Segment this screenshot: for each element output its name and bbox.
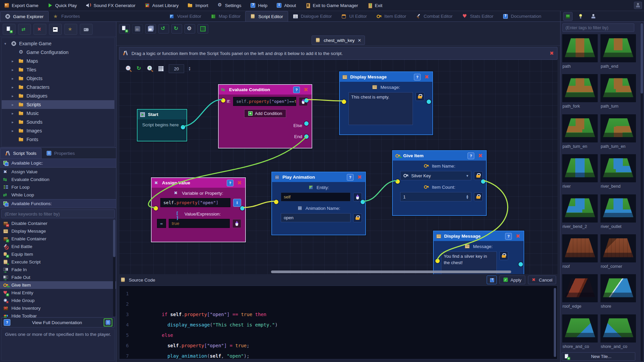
script-toolbar-button[interactable] xyxy=(158,24,169,34)
tags-filter-input[interactable]: (Enter tags to filter by) xyxy=(562,23,634,32)
tree-item[interactable]: Objects xyxy=(2,74,114,83)
function-list-item[interactable]: Equip Item xyxy=(0,250,116,258)
function-list-item[interactable]: Display Message xyxy=(0,227,116,235)
node-display-message-2[interactable]: Display Message ? ✖ Message: You find a … xyxy=(433,231,524,274)
item-dropdown[interactable]: Silver Key ▾ xyxy=(400,171,471,180)
tree-item[interactable]: Characters xyxy=(2,83,114,92)
node-help-button[interactable]: ? xyxy=(468,153,474,159)
script-toolbar-button[interactable] xyxy=(184,24,195,34)
close-tab-icon[interactable]: ✕ xyxy=(358,38,361,43)
left-panel-tab[interactable]: Favorites xyxy=(49,11,85,21)
menu-item[interactable]: Exit xyxy=(367,3,383,8)
view-documentation-button[interactable]: ? View Full Documentation xyxy=(1,317,115,327)
new-tile-button[interactable]: New Tile... xyxy=(562,352,635,361)
explorer-toolbar-button[interactable] xyxy=(64,24,77,35)
operator-box[interactable]: = xyxy=(157,219,166,228)
node-display-message-1[interactable]: Display Message ? ✖ Message: This chest … xyxy=(339,71,433,135)
doc-settings-button[interactable] xyxy=(104,318,112,326)
window-control-button[interactable] xyxy=(634,2,642,9)
editor-tab[interactable]: Voxel Editor xyxy=(164,11,206,21)
tiles-scrollbar[interactable] xyxy=(641,22,643,361)
grid-size-stepper[interactable]: ▴▾ xyxy=(189,66,191,71)
tree-item[interactable]: Dialogues xyxy=(2,92,114,100)
functions-filter-input[interactable]: (Enter keywords to filter by) xyxy=(1,209,115,218)
expression-wizard-button[interactable] xyxy=(232,219,241,228)
tree-item[interactable]: Fonts xyxy=(2,135,114,144)
tree-chevron-icon[interactable] xyxy=(12,76,16,81)
menu-item[interactable]: Quick Play xyxy=(48,3,77,8)
editor-tab[interactable]: Documentation xyxy=(498,11,546,21)
output-port[interactable] xyxy=(519,262,523,266)
zoom-out-icon[interactable] xyxy=(126,66,132,72)
expand-panel-button[interactable] xyxy=(487,276,497,284)
tools-tab[interactable]: Script Tools xyxy=(0,148,42,159)
logic-list-item[interactable]: For Loop xyxy=(0,183,116,191)
function-list-item[interactable]: Disable Container xyxy=(0,220,116,227)
node-evaluate-condition[interactable]: Evaluate Condition ? ✖ If: self.property… xyxy=(218,84,312,148)
entity-input[interactable]: self xyxy=(281,192,351,201)
function-list-item[interactable]: Hide Group xyxy=(0,297,116,304)
lock-button[interactable] xyxy=(499,251,508,260)
function-list-item[interactable]: Fade In xyxy=(0,266,116,274)
lock-button[interactable] xyxy=(474,171,483,180)
tree-item[interactable]: Images xyxy=(2,126,114,135)
explorer-toolbar-button[interactable] xyxy=(80,24,93,35)
tile-item[interactable]: roof xyxy=(562,234,598,271)
editor-tab[interactable]: UI Editor xyxy=(336,11,372,21)
tile-item[interactable]: path_turn_en xyxy=(562,114,598,151)
menu-item[interactable]: Sound FX Generator xyxy=(86,3,136,8)
tree-chevron-icon[interactable] xyxy=(12,111,16,116)
editor-tab[interactable]: Map Editor xyxy=(206,11,245,21)
editor-tab[interactable]: Combat Editor xyxy=(411,11,457,21)
output-port[interactable] xyxy=(481,179,485,184)
tile-item[interactable]: path_fork xyxy=(562,74,598,111)
node-help-button[interactable]: ? xyxy=(505,233,512,240)
function-list-item[interactable]: Fade Out xyxy=(0,274,116,281)
node-start[interactable]: Start Script begins here xyxy=(137,109,187,141)
stepper-arrows-icon[interactable]: ▴▾ xyxy=(466,194,468,199)
input-port[interactable] xyxy=(395,179,400,184)
tree-chevron-icon[interactable] xyxy=(12,59,16,63)
tile-item[interactable]: river xyxy=(562,154,598,191)
tree-item[interactable]: Sounds xyxy=(2,118,114,126)
input-port[interactable] xyxy=(342,100,346,104)
editor-tab[interactable]: Stats Editor xyxy=(457,11,498,21)
item-count-stepper[interactable]: 1 ▴▾ xyxy=(400,192,471,201)
close-hint-icon[interactable]: ✖ xyxy=(549,50,554,56)
tile-item[interactable]: shore_and_co xyxy=(562,314,598,351)
tree-chevron-icon[interactable] xyxy=(12,85,16,89)
tile-item[interactable]: river_outlet xyxy=(600,194,636,231)
input-port[interactable] xyxy=(435,259,440,263)
tree-chevron-icon[interactable] xyxy=(12,129,16,133)
logic-list-item[interactable]: Evaluate Condition xyxy=(0,176,116,183)
logic-list-item[interactable]: While Loop xyxy=(0,191,116,199)
tools-tab[interactable]: Properties xyxy=(42,148,80,159)
menu-item[interactable]: Import xyxy=(187,3,208,8)
tile-item[interactable]: river_bend xyxy=(600,154,636,191)
zoom-in-icon[interactable] xyxy=(147,66,153,72)
info-button[interactable]: i xyxy=(233,199,241,207)
expression-wizard-button[interactable] xyxy=(353,193,362,201)
logic-list-item[interactable]: Assign Value xyxy=(0,168,116,176)
explorer-toolbar-button[interactable] xyxy=(49,24,62,35)
tile-item[interactable]: path_end xyxy=(600,34,636,71)
script-toolbar-button[interactable] xyxy=(145,24,156,34)
function-list-item[interactable]: End Battle xyxy=(0,243,116,250)
canvas-horizontal-scrollbar[interactable] xyxy=(271,270,511,273)
menu-item[interactable]: About xyxy=(276,3,296,8)
add-condition-button[interactable]: + Add Condition xyxy=(244,109,286,118)
function-list-item[interactable]: Heal Entity xyxy=(0,289,116,297)
right-panel-tab[interactable] xyxy=(589,12,598,21)
node-help-button[interactable]: ? xyxy=(414,74,421,80)
lock-button[interactable] xyxy=(474,192,483,201)
message-textarea[interactable]: This chest is empty. xyxy=(348,92,413,125)
tile-item[interactable]: path_turn_en xyxy=(600,114,636,151)
tree-chevron-icon[interactable] xyxy=(12,68,16,72)
end-port[interactable] xyxy=(304,134,309,139)
variable-input[interactable]: self.property["open"] xyxy=(160,198,230,207)
tile-item[interactable]: path_turn xyxy=(600,74,636,111)
input-port[interactable] xyxy=(274,200,278,204)
right-panel-tab[interactable] xyxy=(563,12,573,21)
grid-icon[interactable] xyxy=(158,66,164,72)
node-help-button[interactable]: ? xyxy=(227,180,233,186)
